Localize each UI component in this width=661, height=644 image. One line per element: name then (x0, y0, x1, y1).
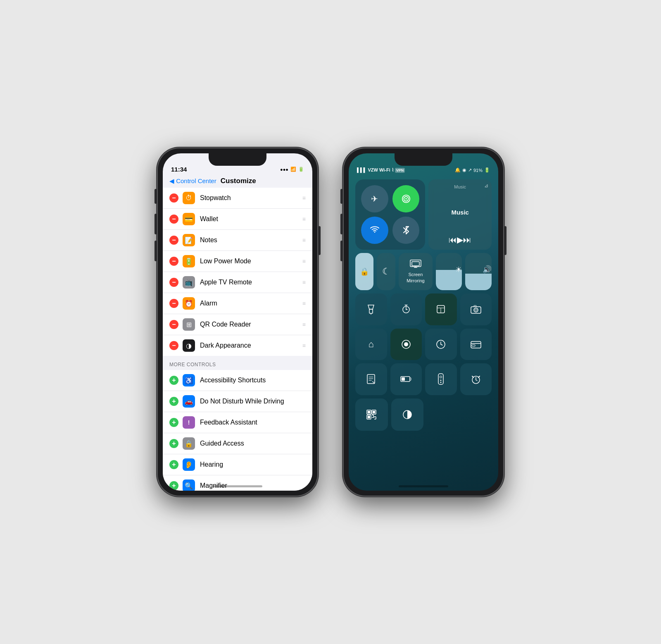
svg-rect-37 (410, 378, 411, 380)
volume-slider[interactable]: 🔊 (465, 253, 492, 290)
next-button[interactable]: ⏭ (463, 235, 471, 245)
drag-handle[interactable]: ≡ (302, 258, 306, 265)
bluetooth-button[interactable] (392, 217, 420, 244)
list-item[interactable]: + 🔒 Guided Access (163, 433, 312, 454)
add-button[interactable]: + (169, 460, 178, 469)
calculator-button[interactable] (425, 293, 457, 325)
svg-point-20 (474, 308, 478, 312)
music-tile[interactable]: ⊿ Music Music ⏮ ▶ ⏭ (428, 179, 492, 250)
list-item[interactable]: − 📝 Notes ≡ (163, 230, 312, 251)
cellular-button[interactable] (392, 185, 420, 212)
notch-r (395, 153, 452, 166)
volume-up-button[interactable] (155, 214, 157, 234)
remove-button[interactable]: − (169, 320, 178, 329)
drag-handle[interactable]: ≡ (302, 321, 306, 328)
right-phone-screen: ▌▌▌ VZW Wi-Fi ⌇ VPN 🔔 ◉ ↗ 91% 🔋 (349, 153, 498, 491)
power-button-r[interactable] (504, 226, 506, 255)
item-label: Dark Appearance (200, 342, 302, 349)
wallet-cc-button[interactable] (460, 329, 492, 360)
svg-rect-51 (373, 411, 375, 413)
feedback-icon: ! (183, 416, 195, 429)
list-item[interactable]: − 🔋 Low Power Mode ≡ (163, 251, 312, 272)
battery-cc-button[interactable] (390, 363, 422, 395)
music-controls: ⏮ ▶ ⏭ (449, 233, 471, 245)
settings-list: − ⏱ Stopwatch ≡ − 💳 Wallet ≡ (163, 188, 312, 491)
list-item[interactable]: + 🔍 Magnifier (163, 475, 312, 491)
item-label: QR Code Reader (200, 321, 302, 328)
list-item[interactable]: − 📺 Apple TV Remote ≡ (163, 272, 312, 293)
alarm-icon: ⏰ (183, 297, 195, 310)
alarm-cc-button[interactable] (460, 363, 492, 395)
add-button[interactable]: + (169, 481, 178, 490)
cc-top-section: ✈ ⊿ (355, 179, 492, 250)
remove-button[interactable]: − (169, 215, 178, 224)
dark-appearance-button[interactable] (391, 398, 424, 431)
volume-up-button-r[interactable] (340, 214, 343, 234)
notch (209, 153, 266, 166)
signal-icon: ●●● (280, 167, 288, 172)
timer-button[interactable] (390, 293, 422, 325)
airplane-mode-button[interactable]: ✈ (361, 185, 388, 212)
list-item[interactable]: + ♿ Accessibility Shortcuts (163, 370, 312, 391)
brightness-slider[interactable]: ☀ (436, 253, 462, 290)
notes-cc-button[interactable] (355, 363, 387, 395)
home-button[interactable]: ⌂ (355, 329, 387, 360)
screen-mirroring-button[interactable]: ScreenMirroring (399, 253, 433, 290)
flashlight-button[interactable] (355, 293, 387, 325)
volume-down-button-r[interactable] (340, 241, 343, 261)
volume-down-button[interactable] (155, 241, 157, 261)
back-button[interactable]: ◀ Control Center (169, 177, 216, 185)
world-clock-button[interactable] (425, 329, 457, 360)
volume-fill (465, 274, 492, 291)
battery-icon: 🔋 (298, 167, 304, 172)
item-label: Feedback Assistant (200, 419, 306, 426)
camera-button[interactable] (460, 293, 492, 325)
add-button[interactable]: + (169, 418, 178, 427)
power-button[interactable] (318, 226, 321, 255)
silent-switch-r[interactable] (340, 189, 343, 204)
list-item[interactable]: + ! Feedback Assistant (163, 412, 312, 433)
wifi-button[interactable] (361, 217, 388, 244)
list-item[interactable]: − ⏱ Stopwatch ≡ (163, 188, 312, 209)
svg-line-35 (373, 382, 374, 383)
drag-handle[interactable]: ≡ (302, 216, 306, 222)
silent-switch[interactable] (155, 189, 157, 204)
notes-icon: 📝 (183, 234, 195, 246)
record-button[interactable] (390, 329, 422, 360)
settings-screen: 11:34 ●●● 📶 🔋 ◀ Control Center Customize (163, 153, 312, 491)
drag-handle[interactable]: ≡ (302, 300, 306, 307)
remove-button[interactable]: − (169, 193, 178, 203)
add-button[interactable]: + (169, 376, 178, 385)
svg-rect-30 (472, 345, 475, 346)
qr-icon: ⊞ (183, 318, 195, 331)
remove-button[interactable]: − (169, 278, 178, 287)
drag-handle[interactable]: ≡ (302, 195, 306, 201)
remove-button[interactable]: − (169, 236, 178, 245)
list-item[interactable]: − ◑ Dark Appearance ≡ (163, 335, 312, 356)
list-item[interactable]: − 💳 Wallet ≡ (163, 209, 312, 230)
drag-handle[interactable]: ≡ (302, 279, 306, 286)
do-not-disturb-button[interactable]: ☾ (377, 253, 395, 290)
qr-reader-button[interactable] (355, 398, 388, 431)
list-item[interactable]: − ⏰ Alarm ≡ (163, 293, 312, 314)
svg-point-40 (440, 376, 442, 378)
svg-rect-53 (368, 416, 370, 418)
item-label: Hearing (200, 461, 306, 468)
remove-button[interactable]: − (169, 341, 178, 350)
list-item[interactable]: − ⊞ QR Code Reader ≡ (163, 314, 312, 335)
add-button[interactable]: + (169, 439, 178, 448)
remote-cc-button[interactable] (425, 363, 457, 395)
guided-access-icon: 🔒 (183, 437, 195, 450)
list-item[interactable]: + 🚗 Do Not Disturb While Driving (163, 391, 312, 412)
remove-button[interactable]: − (169, 257, 178, 266)
rotation-lock-button[interactable]: 🔒 (355, 253, 373, 290)
main-scene: 11:34 ●●● 📶 🔋 ◀ Control Center Customize (140, 131, 521, 513)
drag-handle[interactable]: ≡ (302, 237, 306, 243)
play-button[interactable]: ▶ (457, 235, 463, 245)
appletv-icon: 📺 (183, 276, 195, 289)
drag-handle[interactable]: ≡ (302, 342, 306, 349)
remove-button[interactable]: − (169, 299, 178, 308)
add-button[interactable]: + (169, 397, 178, 406)
prev-button[interactable]: ⏮ (449, 235, 457, 245)
list-item[interactable]: + 👂 Hearing (163, 454, 312, 475)
